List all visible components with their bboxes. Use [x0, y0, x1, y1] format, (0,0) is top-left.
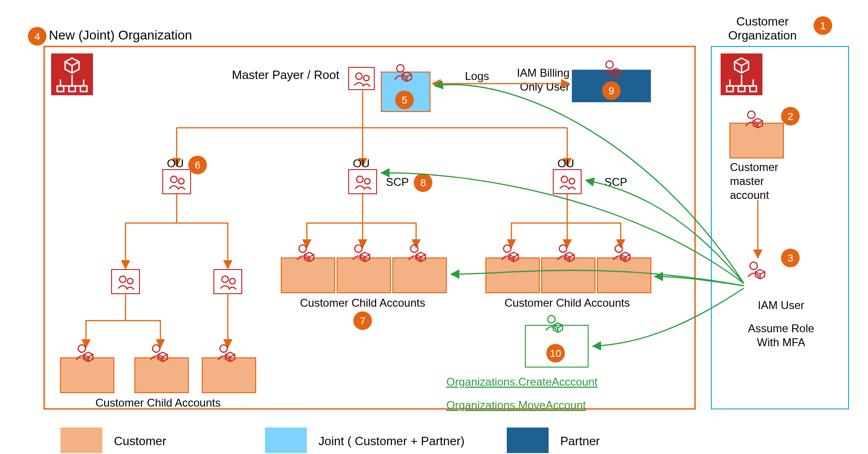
marker-8-text: 8 — [420, 177, 426, 189]
svg-rect-47 — [60, 428, 102, 453]
svg-rect-48 — [265, 428, 307, 453]
marker-4-text: 4 — [34, 31, 40, 42]
marker-6-text: 6 — [195, 159, 200, 171]
aws-organizations-icon-joint — [51, 53, 93, 95]
architecture-diagram: Customer Organization 1 2 Customer maste… — [0, 0, 868, 454]
org-create-label: Organizations.CreateAcccount — [446, 375, 598, 388]
legend-joint: Joint ( Customer + Partner) — [318, 434, 464, 448]
tree-trunk — [177, 91, 567, 163]
svg-text:Customer: Customer — [730, 161, 778, 173]
master-payer-account: 5 — [381, 65, 430, 112]
customer-children-mid: Customer Child Accounts 7 — [281, 245, 446, 330]
customer-org-box — [711, 46, 848, 409]
svg-text:Customer Child  Accounts: Customer Child Accounts — [95, 396, 220, 409]
svg-rect-43 — [542, 258, 595, 293]
svg-text:IAM User: IAM User — [758, 299, 804, 311]
customer-children-left: Customer Child Accounts — [60, 345, 256, 409]
customer-org-title-2: Organization — [728, 28, 796, 42]
joint-org-title: New (Joint) Organization — [49, 28, 192, 42]
marker-5-text: 5 — [402, 94, 407, 106]
legend: Customer Joint ( Customer + Partner) Par… — [60, 428, 600, 453]
legend-customer: Customer — [114, 434, 166, 448]
customer-org-title-1: Customer — [736, 14, 789, 28]
svg-rect-29 — [135, 358, 188, 393]
customer-org-title: Customer Organization — [728, 14, 796, 42]
svg-rect-30 — [202, 358, 256, 393]
master-payer-ou-icon — [349, 67, 374, 90]
svg-text:Customer Child  Accounts: Customer Child Accounts — [504, 296, 629, 309]
master-payer-label: Master Payer / Root — [232, 68, 340, 82]
create-account-role: 10 — [525, 316, 588, 367]
marker-10-text: 10 — [550, 348, 561, 359]
svg-text:Customer Child  Accounts: Customer Child Accounts — [300, 296, 425, 309]
svg-rect-28 — [60, 358, 114, 393]
scp-right-label: SCP — [604, 176, 627, 188]
legend-partner: Partner — [560, 434, 600, 448]
ou-right-label: OU — [557, 157, 574, 170]
green-to-master — [435, 85, 744, 283]
customer-children-right: Customer Child Accounts — [486, 245, 651, 309]
svg-text:Assume Role: Assume Role — [748, 322, 815, 335]
aws-organizations-icon — [721, 53, 762, 95]
marker-9-text: 9 — [609, 85, 614, 97]
svg-rect-42 — [486, 258, 539, 293]
svg-text:Only User: Only User — [520, 80, 570, 93]
ou-left-label: OU — [167, 157, 184, 170]
svg-rect-49 — [507, 428, 549, 453]
ou-mid-label: OU — [353, 157, 370, 170]
marker-3-text: 3 — [788, 252, 793, 264]
svg-text:With MFA: With MFA — [757, 336, 805, 349]
marker-7-text: 7 — [360, 315, 365, 327]
svg-text:master: master — [730, 175, 764, 187]
svg-rect-35 — [281, 258, 335, 293]
logs-label: Logs — [465, 70, 489, 82]
green-to-children-right — [655, 276, 744, 286]
customer-master-account: 2 Customer master account — [730, 107, 800, 201]
iam-user-node: 3 IAM User Assume Role With MFA — [748, 249, 815, 349]
org-move-label: Organizations.MoveAccount — [446, 399, 586, 411]
svg-text:IAM Billing: IAM Billing — [517, 66, 570, 79]
svg-rect-44 — [597, 258, 651, 293]
svg-rect-8 — [730, 123, 783, 158]
marker-1-text: 1 — [820, 20, 826, 32]
iam-billing-user: IAM Billing Only User 9 — [517, 61, 651, 102]
svg-rect-37 — [393, 258, 446, 293]
svg-text:account: account — [730, 189, 769, 201]
scp-mid-label: SCP — [386, 176, 409, 188]
svg-rect-36 — [337, 258, 391, 293]
marker-2-text: 2 — [788, 111, 793, 122]
